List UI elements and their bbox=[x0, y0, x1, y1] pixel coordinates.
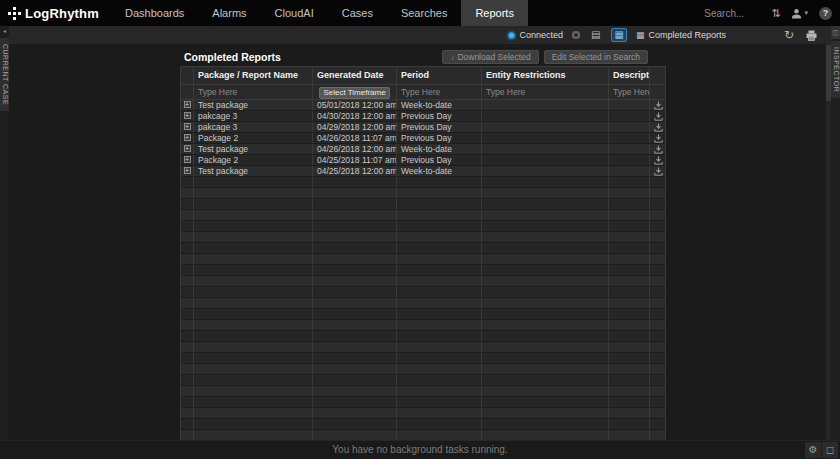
dock-window-icon[interactable]: ◻ bbox=[822, 442, 838, 458]
download-report-icon[interactable] bbox=[654, 123, 663, 132]
download-report-icon[interactable] bbox=[654, 145, 663, 154]
header-generated-date[interactable]: Generated Date bbox=[313, 67, 397, 84]
header-period[interactable]: Period bbox=[397, 67, 482, 84]
table-row-empty[interactable]: + bbox=[181, 364, 665, 375]
help-icon[interactable]: ? bbox=[819, 7, 832, 20]
nav-item-dashboards[interactable]: Dashboards bbox=[111, 0, 198, 26]
table-row-empty[interactable]: + bbox=[181, 331, 665, 342]
download-selected-button[interactable]: ↓ Download Selected bbox=[442, 50, 538, 64]
inspector-tab[interactable]: INSPECTOR bbox=[831, 41, 840, 98]
table-row-empty[interactable]: + bbox=[181, 243, 665, 254]
nav-item-cases[interactable]: Cases bbox=[328, 0, 387, 26]
entity-restrictions-cell bbox=[482, 188, 609, 198]
table-row-empty[interactable]: + bbox=[181, 232, 665, 243]
filter-name-input[interactable]: Type Here bbox=[194, 85, 313, 99]
report-name-cell bbox=[194, 254, 313, 264]
table-row-empty[interactable]: + bbox=[181, 254, 665, 265]
download-report-icon[interactable] bbox=[654, 134, 663, 143]
description-cell bbox=[609, 166, 650, 176]
report-name-cell bbox=[194, 309, 313, 319]
filter-description-input[interactable]: Type Here bbox=[609, 85, 650, 99]
filter-entity-input[interactable]: Type Here bbox=[482, 85, 609, 99]
expand-row-icon[interactable]: + bbox=[184, 101, 191, 108]
connected-indicator[interactable]: Connected bbox=[508, 30, 563, 40]
download-report-icon[interactable] bbox=[654, 101, 663, 110]
report-name-cell bbox=[194, 342, 313, 352]
period-cell bbox=[397, 320, 482, 330]
table-row-empty[interactable]: + bbox=[181, 298, 665, 309]
description-cell bbox=[609, 386, 650, 396]
toolbar-right: ↻ bbox=[784, 29, 817, 41]
nav-item-searches[interactable]: Searches bbox=[387, 0, 461, 26]
expand-row-icon[interactable]: + bbox=[184, 134, 191, 141]
select-timeframe-button[interactable]: Select Timeframe bbox=[319, 87, 390, 99]
table-view-icon[interactable]: ▦ bbox=[611, 28, 626, 42]
header-entity-restrictions[interactable]: Entity Restrictions bbox=[482, 67, 609, 84]
table-row[interactable]: + Test package 04/26/2018 12:00 am Week-… bbox=[181, 144, 665, 155]
filter-period-input[interactable]: Type Here bbox=[397, 85, 482, 99]
description-cell bbox=[609, 100, 650, 110]
expand-row-icon[interactable]: + bbox=[184, 167, 191, 174]
table-row-empty[interactable]: + bbox=[181, 177, 665, 188]
table-row-empty[interactable]: + bbox=[181, 210, 665, 221]
period-cell: Week-to-date bbox=[397, 144, 482, 154]
generated-date-cell bbox=[313, 309, 397, 319]
table-row-empty[interactable]: + bbox=[181, 276, 665, 287]
table-row-empty[interactable]: + bbox=[181, 386, 665, 397]
table-row-empty[interactable]: + bbox=[181, 320, 665, 331]
table-row-empty[interactable]: + bbox=[181, 397, 665, 408]
chart-view-icon[interactable]: ▤ bbox=[589, 29, 602, 41]
table-row[interactable]: + Test package 05/01/2018 12:00 am Week-… bbox=[181, 100, 665, 111]
print-icon[interactable] bbox=[806, 30, 817, 41]
nav-item-cloudai[interactable]: CloudAI bbox=[261, 0, 328, 26]
table-row-empty[interactable]: + bbox=[181, 375, 665, 386]
table-row-empty[interactable]: + bbox=[181, 199, 665, 210]
table-row-empty[interactable]: + bbox=[181, 221, 665, 232]
table-row[interactable]: + Package 2 04/25/2018 11:07 am Previous… bbox=[181, 155, 665, 166]
table-row-empty[interactable]: + bbox=[181, 353, 665, 364]
download-report-icon[interactable] bbox=[654, 112, 663, 121]
table-row-empty[interactable]: + bbox=[181, 408, 665, 419]
expand-row-icon[interactable]: + bbox=[184, 112, 191, 119]
header-package-report-name[interactable]: Package / Report Name bbox=[194, 67, 313, 84]
table-row[interactable]: + pakcage 3 04/30/2018 12:00 am Previous… bbox=[181, 111, 665, 122]
table-row[interactable]: + Test package 04/25/2018 12:00 am Week-… bbox=[181, 166, 665, 177]
download-icon: ↓ bbox=[450, 53, 454, 62]
expand-row-icon[interactable]: + bbox=[184, 123, 191, 130]
period-cell: Previous Day bbox=[397, 111, 482, 121]
download-report-icon[interactable] bbox=[654, 156, 663, 165]
expand-row-icon[interactable]: + bbox=[184, 156, 191, 163]
table-row-empty[interactable]: + bbox=[181, 287, 665, 298]
settings-gear-icon[interactable]: ⚙ bbox=[805, 442, 821, 458]
nav-item-reports[interactable]: Reports bbox=[461, 0, 528, 26]
current-case-tab[interactable]: CURRENT CASE bbox=[0, 38, 9, 111]
search-input[interactable]: Search... bbox=[704, 8, 760, 19]
panel-toggle-icon[interactable]: ◫ bbox=[831, 26, 840, 39]
right-rail: ◫ INSPECTOR bbox=[831, 26, 840, 440]
description-cell bbox=[609, 342, 650, 352]
entity-restrictions-cell bbox=[482, 221, 609, 231]
refresh-icon[interactable]: ↻ bbox=[784, 29, 794, 41]
table-row-empty[interactable]: + bbox=[181, 309, 665, 320]
generated-date-cell: 04/30/2018 12:00 am bbox=[313, 111, 397, 121]
generated-date-cell bbox=[313, 397, 397, 407]
table-row-empty[interactable]: + bbox=[181, 342, 665, 353]
expand-row-icon[interactable]: + bbox=[184, 145, 191, 152]
entity-restrictions-cell bbox=[482, 298, 609, 308]
table-row-empty[interactable]: + bbox=[181, 265, 665, 276]
user-menu[interactable]: ▾ bbox=[791, 8, 808, 19]
table-row[interactable]: + Package 2 04/26/2018 11:07 am Previous… bbox=[181, 133, 665, 144]
table-row[interactable]: + pakcage 3 04/29/2018 12:00 am Previous… bbox=[181, 122, 665, 133]
sort-preferences-icon[interactable]: ⇅ bbox=[771, 8, 780, 19]
edit-selected-in-search-button[interactable]: Edit Selected in Search bbox=[544, 50, 648, 64]
nav-item-alarms[interactable]: Alarms bbox=[198, 0, 260, 26]
disconnected-radio-icon[interactable] bbox=[572, 31, 580, 39]
entity-restrictions-cell bbox=[482, 133, 609, 143]
description-cell bbox=[609, 111, 650, 121]
table-row-empty[interactable]: + bbox=[181, 188, 665, 199]
collapse-left-icon[interactable]: ◂ bbox=[0, 26, 9, 36]
download-report-icon[interactable] bbox=[654, 167, 663, 176]
view-selector[interactable]: ▦ Completed Reports bbox=[636, 30, 726, 40]
header-description[interactable]: Description bbox=[609, 67, 650, 84]
table-row-empty[interactable]: + bbox=[181, 419, 665, 430]
